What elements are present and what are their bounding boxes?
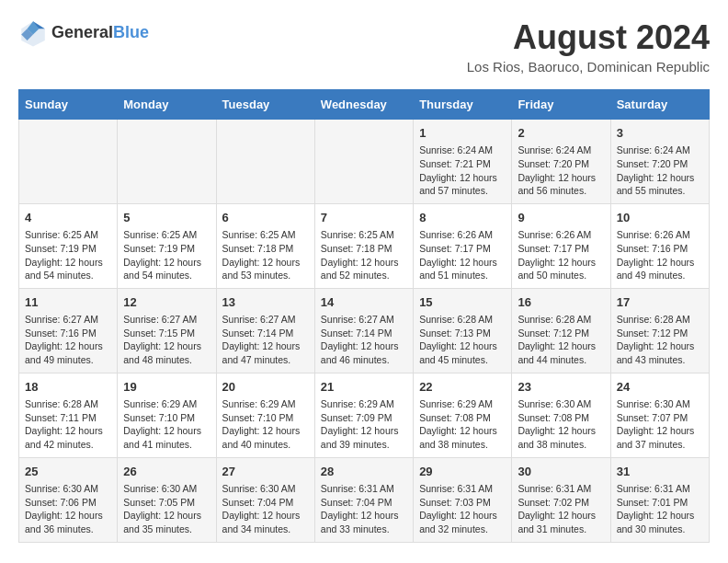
- day-number: 20: [222, 379, 309, 396]
- day-number: 14: [321, 294, 407, 311]
- day-info: Sunrise: 6:26 AMSunset: 7:17 PMDaylight:…: [419, 228, 506, 282]
- day-info: Sunrise: 6:25 AMSunset: 7:18 PMDaylight:…: [321, 228, 407, 282]
- day-number: 10: [617, 210, 703, 226]
- day-number: 19: [123, 379, 210, 396]
- day-info: Sunrise: 6:31 AMSunset: 7:02 PMDaylight:…: [518, 482, 604, 536]
- calendar-cell: 14Sunrise: 6:27 AMSunset: 7:14 PMDayligh…: [314, 288, 413, 373]
- page-header: GeneralBlue August 2024 Los Rios, Baoruc…: [18, 18, 710, 75]
- calendar-cell: 18Sunrise: 6:28 AMSunset: 7:11 PMDayligh…: [19, 373, 118, 457]
- day-info: Sunrise: 6:30 AMSunset: 7:06 PMDaylight:…: [25, 482, 111, 536]
- day-info: Sunrise: 6:28 AMSunset: 7:11 PMDaylight:…: [25, 397, 111, 452]
- calendar-cell: 10Sunrise: 6:26 AMSunset: 7:16 PMDayligh…: [610, 203, 709, 288]
- day-number: 29: [419, 464, 506, 480]
- day-info: Sunrise: 6:29 AMSunset: 7:10 PMDaylight:…: [123, 397, 210, 452]
- day-info: Sunrise: 6:30 AMSunset: 7:08 PMDaylight:…: [518, 397, 604, 452]
- day-number: 22: [419, 379, 506, 396]
- calendar-cell: 12Sunrise: 6:27 AMSunset: 7:15 PMDayligh…: [118, 288, 216, 373]
- day-number: 18: [25, 379, 111, 396]
- weekday-thursday: Thursday: [414, 90, 512, 120]
- day-info: Sunrise: 6:25 AMSunset: 7:19 PMDaylight:…: [25, 228, 111, 282]
- day-number: 31: [617, 464, 703, 480]
- calendar-cell: 15Sunrise: 6:28 AMSunset: 7:13 PMDayligh…: [414, 288, 512, 373]
- day-info: Sunrise: 6:27 AMSunset: 7:14 PMDaylight:…: [321, 313, 407, 367]
- day-number: 8: [419, 210, 506, 226]
- week-row-2: 4Sunrise: 6:25 AMSunset: 7:19 PMDaylight…: [19, 203, 710, 288]
- day-info: Sunrise: 6:29 AMSunset: 7:08 PMDaylight:…: [419, 397, 506, 452]
- day-info: Sunrise: 6:24 AMSunset: 7:20 PMDaylight:…: [617, 144, 703, 198]
- weekday-saturday: Saturday: [610, 90, 709, 120]
- calendar-cell: 30Sunrise: 6:31 AMSunset: 7:02 PMDayligh…: [512, 457, 610, 542]
- calendar-cell: 3Sunrise: 6:24 AMSunset: 7:20 PMDaylight…: [610, 120, 709, 204]
- calendar-cell: 1Sunrise: 6:24 AMSunset: 7:21 PMDaylight…: [414, 120, 512, 204]
- calendar-table: SundayMondayTuesdayWednesdayThursdayFrid…: [18, 89, 710, 543]
- day-info: Sunrise: 6:30 AMSunset: 7:05 PMDaylight:…: [123, 482, 210, 536]
- day-info: Sunrise: 6:28 AMSunset: 7:13 PMDaylight:…: [419, 313, 506, 367]
- calendar-cell: 9Sunrise: 6:26 AMSunset: 7:17 PMDaylight…: [512, 203, 610, 288]
- day-info: Sunrise: 6:30 AMSunset: 7:07 PMDaylight:…: [617, 397, 703, 452]
- day-info: Sunrise: 6:27 AMSunset: 7:15 PMDaylight:…: [123, 313, 210, 367]
- day-info: Sunrise: 6:28 AMSunset: 7:12 PMDaylight:…: [518, 313, 604, 367]
- weekday-header-row: SundayMondayTuesdayWednesdayThursdayFrid…: [19, 90, 710, 120]
- day-info: Sunrise: 6:26 AMSunset: 7:17 PMDaylight:…: [518, 228, 604, 282]
- weekday-wednesday: Wednesday: [314, 90, 413, 120]
- calendar-cell: [19, 120, 118, 204]
- logo-text: GeneralBlue: [51, 24, 149, 42]
- calendar-cell: 6Sunrise: 6:25 AMSunset: 7:18 PMDaylight…: [216, 203, 314, 288]
- weekday-sunday: Sunday: [19, 90, 118, 120]
- calendar-cell: 16Sunrise: 6:28 AMSunset: 7:12 PMDayligh…: [512, 288, 610, 373]
- weekday-tuesday: Tuesday: [216, 90, 314, 120]
- day-number: 28: [321, 464, 407, 480]
- week-row-4: 18Sunrise: 6:28 AMSunset: 7:11 PMDayligh…: [19, 373, 710, 457]
- day-number: 21: [321, 379, 407, 396]
- day-number: 13: [222, 294, 309, 311]
- day-info: Sunrise: 6:29 AMSunset: 7:09 PMDaylight:…: [321, 397, 407, 452]
- day-number: 5: [123, 210, 210, 226]
- day-info: Sunrise: 6:25 AMSunset: 7:19 PMDaylight:…: [123, 228, 210, 282]
- calendar-cell: 17Sunrise: 6:28 AMSunset: 7:12 PMDayligh…: [610, 288, 709, 373]
- calendar-cell: 24Sunrise: 6:30 AMSunset: 7:07 PMDayligh…: [610, 373, 709, 457]
- day-info: Sunrise: 6:29 AMSunset: 7:10 PMDaylight:…: [222, 397, 309, 452]
- title-area: August 2024 Los Rios, Baoruco, Dominican…: [467, 18, 710, 75]
- day-info: Sunrise: 6:27 AMSunset: 7:16 PMDaylight:…: [25, 313, 111, 367]
- calendar-cell: 13Sunrise: 6:27 AMSunset: 7:14 PMDayligh…: [216, 288, 314, 373]
- day-number: 17: [617, 294, 703, 311]
- week-row-3: 11Sunrise: 6:27 AMSunset: 7:16 PMDayligh…: [19, 288, 710, 373]
- weekday-friday: Friday: [512, 90, 610, 120]
- day-info: Sunrise: 6:25 AMSunset: 7:18 PMDaylight:…: [222, 228, 309, 282]
- day-number: 24: [617, 379, 703, 396]
- day-number: 23: [518, 379, 604, 396]
- calendar-cell: [314, 120, 413, 204]
- day-number: 30: [518, 464, 604, 480]
- day-number: 12: [123, 294, 210, 311]
- calendar-cell: 7Sunrise: 6:25 AMSunset: 7:18 PMDaylight…: [314, 203, 413, 288]
- location-title: Los Rios, Baoruco, Dominican Republic: [467, 59, 710, 75]
- calendar-cell: [216, 120, 314, 204]
- day-number: 15: [419, 294, 506, 311]
- day-number: 2: [518, 125, 604, 142]
- day-info: Sunrise: 6:31 AMSunset: 7:01 PMDaylight:…: [617, 482, 703, 536]
- calendar-cell: 25Sunrise: 6:30 AMSunset: 7:06 PMDayligh…: [19, 457, 118, 542]
- day-number: 7: [321, 210, 407, 226]
- calendar-cell: 8Sunrise: 6:26 AMSunset: 7:17 PMDaylight…: [414, 203, 512, 288]
- day-number: 1: [419, 125, 506, 142]
- day-info: Sunrise: 6:31 AMSunset: 7:03 PMDaylight:…: [419, 482, 506, 536]
- day-number: 6: [222, 210, 309, 226]
- calendar-cell: 23Sunrise: 6:30 AMSunset: 7:08 PMDayligh…: [512, 373, 610, 457]
- day-info: Sunrise: 6:30 AMSunset: 7:04 PMDaylight:…: [222, 482, 309, 536]
- day-info: Sunrise: 6:28 AMSunset: 7:12 PMDaylight:…: [617, 313, 703, 367]
- calendar-cell: 31Sunrise: 6:31 AMSunset: 7:01 PMDayligh…: [610, 457, 709, 542]
- logo-icon: [18, 18, 48, 48]
- day-number: 3: [617, 125, 703, 142]
- weekday-monday: Monday: [118, 90, 216, 120]
- day-number: 25: [25, 464, 111, 480]
- calendar-cell: 11Sunrise: 6:27 AMSunset: 7:16 PMDayligh…: [19, 288, 118, 373]
- calendar-body: 1Sunrise: 6:24 AMSunset: 7:21 PMDaylight…: [19, 120, 710, 543]
- calendar-cell: 26Sunrise: 6:30 AMSunset: 7:05 PMDayligh…: [118, 457, 216, 542]
- day-info: Sunrise: 6:31 AMSunset: 7:04 PMDaylight:…: [321, 482, 407, 536]
- calendar-cell: 5Sunrise: 6:25 AMSunset: 7:19 PMDaylight…: [118, 203, 216, 288]
- day-number: 27: [222, 464, 309, 480]
- calendar-cell: 2Sunrise: 6:24 AMSunset: 7:20 PMDaylight…: [512, 120, 610, 204]
- day-info: Sunrise: 6:24 AMSunset: 7:21 PMDaylight:…: [419, 144, 506, 198]
- calendar-cell: 21Sunrise: 6:29 AMSunset: 7:09 PMDayligh…: [314, 373, 413, 457]
- calendar-cell: 29Sunrise: 6:31 AMSunset: 7:03 PMDayligh…: [414, 457, 512, 542]
